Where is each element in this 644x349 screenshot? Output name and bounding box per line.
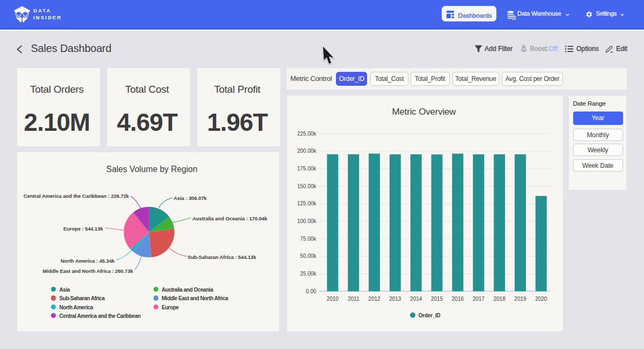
svg-text:25.00k: 25.00k	[300, 271, 317, 277]
svg-text:2019: 2019	[514, 296, 526, 302]
svg-text:2013: 2013	[389, 296, 401, 302]
svg-text:Order_ID: Order_ID	[418, 312, 440, 318]
svg-text:2017: 2017	[472, 296, 485, 302]
svg-text:2018: 2018	[493, 296, 506, 302]
svg-text:2014: 2014	[410, 296, 422, 302]
svg-text:2010: 2010	[326, 296, 339, 302]
svg-text:2011: 2011	[348, 296, 360, 302]
svg-text:2015: 2015	[431, 296, 443, 302]
svg-text:100.00k: 100.00k	[297, 218, 317, 224]
svg-text:125.00k: 125.00k	[297, 201, 317, 206]
svg-text:225.00k: 225.00k	[297, 130, 317, 136]
svg-text:200.00k: 200.00k	[297, 148, 317, 154]
svg-text:50.00k: 50.00k	[300, 253, 317, 259]
svg-text:2012: 2012	[368, 296, 380, 302]
svg-text:0.00: 0.00	[306, 288, 317, 294]
svg-text:75.00k: 75.00k	[300, 235, 317, 241]
svg-text:175.00k: 175.00k	[297, 166, 317, 172]
svg-text:2016: 2016	[451, 296, 464, 302]
svg-text:150.00k: 150.00k	[297, 183, 317, 189]
svg-text:2020: 2020	[535, 296, 547, 302]
